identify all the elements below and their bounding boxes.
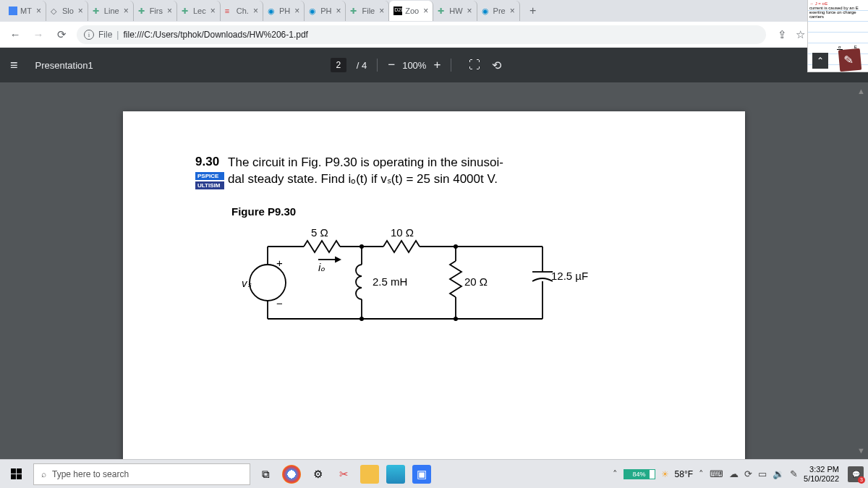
r1-label: 5 Ω bbox=[311, 226, 328, 239]
svg-point-8 bbox=[250, 265, 286, 301]
annotate-pen-button[interactable] bbox=[838, 48, 862, 72]
favicon-icon: ✚ bbox=[182, 7, 190, 15]
weather-temp: 58°F bbox=[675, 469, 693, 479]
tab-label: Lec bbox=[193, 7, 206, 15]
keyboard-icon[interactable]: ⌨ bbox=[710, 468, 723, 479]
notifications-button[interactable]: 💬3 bbox=[848, 466, 864, 482]
close-icon[interactable]: × bbox=[467, 6, 472, 16]
tab-11[interactable]: ◉Pre× bbox=[477, 1, 520, 21]
pdf-viewport[interactable]: 9.30 The circuit in Fig. P9.30 is operat… bbox=[0, 82, 868, 459]
close-icon[interactable]: × bbox=[423, 6, 428, 16]
url-field[interactable]: i File | file:///C:/Users/tphok/Download… bbox=[77, 25, 766, 44]
chrome-icon[interactable] bbox=[282, 465, 301, 484]
snip-icon[interactable]: ✂ bbox=[334, 465, 353, 484]
close-icon[interactable]: × bbox=[510, 6, 515, 16]
tab-5[interactable]: ≡Ch.× bbox=[221, 1, 263, 21]
favicon-icon: ✚ bbox=[350, 7, 359, 15]
vs-label: vₛ bbox=[242, 277, 252, 290]
svg-marker-15 bbox=[336, 257, 340, 262]
r2-label: 10 Ω bbox=[391, 226, 414, 239]
taskbar-search-input[interactable]: ⌕ Type here to search bbox=[33, 463, 250, 485]
rotate-icon[interactable]: ⟲ bbox=[492, 59, 501, 72]
chevron-up-icon[interactable]: ˄ bbox=[699, 468, 704, 479]
bookmark-icon[interactable]: ☆ bbox=[796, 28, 805, 41]
close-icon[interactable]: × bbox=[167, 6, 172, 16]
battery-indicator[interactable]: 84% bbox=[624, 469, 655, 479]
tab-10[interactable]: ✚HW× bbox=[433, 1, 477, 21]
add-tab-button[interactable]: + bbox=[524, 2, 542, 20]
l-label: 2.5 mH bbox=[373, 275, 407, 288]
scrollbar-up-icon[interactable]: ▲ bbox=[857, 87, 865, 95]
pdf-toolbar: ≡ Presentation1 / 4 − 100% + ⛶ ⟲ bbox=[0, 48, 868, 82]
settings-icon[interactable]: ⚙ bbox=[308, 465, 327, 484]
taskbar: ⌕ Type here to search ⧉ ⚙ ✂ ▣ ˄ 84% ☀ 58… bbox=[0, 459, 868, 488]
tab-label: PH bbox=[279, 7, 290, 15]
scroll-to-top-button[interactable]: ⌃ bbox=[812, 53, 828, 69]
camera-icon[interactable]: ▣ bbox=[412, 465, 431, 484]
tab-2[interactable]: ✚Line× bbox=[88, 1, 134, 21]
close-icon[interactable]: × bbox=[294, 6, 299, 16]
tab-label: Line bbox=[104, 7, 119, 15]
close-icon[interactable]: × bbox=[253, 6, 258, 16]
favicon-icon bbox=[9, 7, 17, 15]
favicon-icon: ◉ bbox=[268, 7, 276, 15]
tab-label: Pre bbox=[493, 7, 506, 15]
fit-page-icon[interactable]: ⛶ bbox=[469, 59, 480, 72]
close-icon[interactable]: × bbox=[36, 6, 41, 16]
zoom-out-button[interactable]: − bbox=[388, 58, 395, 72]
tray-expand-icon[interactable]: ˄ bbox=[613, 468, 618, 479]
page-number-input[interactable] bbox=[331, 58, 346, 72]
notif-badge: 3 bbox=[858, 476, 865, 484]
tab-4[interactable]: ✚Lec× bbox=[177, 1, 221, 21]
menu-icon[interactable]: ≡ bbox=[10, 58, 18, 73]
tab-9[interactable]: D2LZoo× bbox=[389, 1, 433, 21]
tab-6[interactable]: ◉PH× bbox=[263, 1, 305, 21]
tab-0[interactable]: MT× bbox=[4, 1, 46, 21]
favicon-icon: ◉ bbox=[309, 7, 318, 15]
r3-label: 20 Ω bbox=[464, 275, 488, 288]
tab-7[interactable]: ◉PH× bbox=[305, 1, 346, 21]
url-prefix: File bbox=[98, 30, 112, 40]
document-title: Presentation1 bbox=[35, 60, 93, 71]
update-icon[interactable]: ⟳ bbox=[744, 468, 752, 479]
stylus-icon[interactable]: ✎ bbox=[790, 468, 798, 479]
tab-1[interactable]: ◇Slo× bbox=[46, 1, 88, 21]
weather-icon[interactable]: ☀ bbox=[661, 469, 669, 479]
share-icon[interactable]: ⇪ bbox=[778, 28, 787, 41]
close-icon[interactable]: × bbox=[124, 6, 129, 16]
problem-text: The circuit in Fig. P9.30 is operating i… bbox=[228, 155, 503, 188]
src-plus: + bbox=[276, 257, 283, 269]
favicon-icon: ✚ bbox=[438, 7, 446, 15]
close-icon[interactable]: × bbox=[379, 6, 384, 16]
photos-icon[interactable] bbox=[386, 465, 405, 484]
note-line: carriers bbox=[809, 14, 867, 19]
browser-tab-strip: MT× ◇Slo× ✚Line× ✚Firs× ✚Lec× ≡Ch.× ◉PH×… bbox=[0, 0, 868, 22]
reload-button[interactable]: ⟳ bbox=[54, 28, 69, 41]
explorer-icon[interactable] bbox=[360, 465, 379, 484]
info-icon[interactable]: i bbox=[84, 30, 94, 40]
start-button[interactable] bbox=[4, 463, 27, 486]
close-icon[interactable]: × bbox=[336, 6, 341, 16]
volume-icon[interactable]: 🔉 bbox=[773, 468, 784, 479]
tab-8[interactable]: ✚File× bbox=[346, 1, 389, 21]
favicon-icon: ◇ bbox=[51, 7, 59, 15]
io-label: iₒ bbox=[318, 261, 325, 274]
url-text: file:///C:/Users/tphok/Downloads/HW%206-… bbox=[123, 30, 307, 40]
task-view-icon[interactable]: ⧉ bbox=[256, 465, 275, 484]
back-button[interactable]: ← bbox=[7, 28, 23, 40]
tab-label: Firs bbox=[150, 7, 163, 15]
tab-label: Ch. bbox=[237, 7, 249, 15]
favicon-icon: ◉ bbox=[482, 7, 490, 15]
taskbar-apps: ⧉ ⚙ ✂ ▣ bbox=[256, 465, 431, 484]
clock[interactable]: 3:32 PM 5/10/2022 bbox=[804, 465, 842, 482]
battery-icon[interactable]: ▭ bbox=[758, 468, 767, 479]
page-total: / 4 bbox=[357, 60, 367, 71]
forward-button[interactable]: → bbox=[30, 28, 46, 40]
close-icon[interactable]: × bbox=[210, 6, 216, 16]
close-icon[interactable]: × bbox=[78, 6, 83, 16]
tab-3[interactable]: ✚Firs× bbox=[134, 1, 177, 21]
tab-label: Zoo bbox=[405, 7, 419, 15]
zoom-in-button[interactable]: + bbox=[433, 58, 441, 72]
scrollbar-down-icon[interactable]: ▼ bbox=[857, 446, 865, 455]
onedrive-icon[interactable]: ☁ bbox=[729, 468, 739, 479]
